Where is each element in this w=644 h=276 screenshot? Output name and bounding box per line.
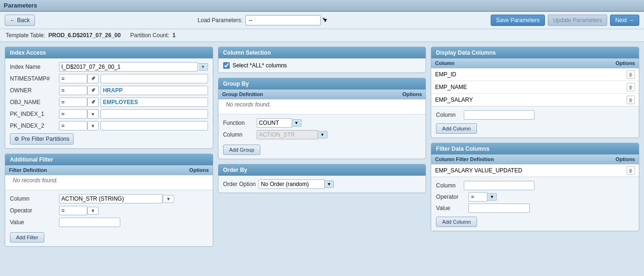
display-col-input-label: Column bbox=[436, 112, 462, 118]
ntimestamp-value-input[interactable] bbox=[100, 74, 208, 83]
save-parameters-button[interactable]: Save Parameters bbox=[491, 15, 545, 26]
load-params-dropdown-icon: ▼ bbox=[323, 17, 328, 24]
filter-cols-form: Column Operator = ▼ Value Add Column bbox=[431, 177, 639, 231]
column-selection-panel: Column Selection Select *ALL* columns bbox=[218, 47, 427, 73]
add-filter-value-input[interactable] bbox=[59, 218, 120, 227]
ntimestamp-op-btn[interactable]: ▼ bbox=[87, 74, 99, 83]
group-column-dropdown-btn[interactable]: ▼ bbox=[318, 131, 327, 138]
load-params-select-wrapper: -- ▼ bbox=[245, 15, 328, 25]
additional-filter-panel: Additional Filter Filter Definition Opti… bbox=[5, 154, 213, 247]
objname-row: OBJ_NAME = ▼ bbox=[10, 97, 208, 107]
partition-count-label: Partition Count: bbox=[130, 32, 169, 39]
owner-op-wrapper: = ▼ bbox=[59, 86, 99, 95]
index-name-input[interactable] bbox=[59, 62, 198, 72]
display-col-input[interactable] bbox=[464, 110, 535, 120]
info-row: Template Table: PROD_6.D$2017_07_26_00 P… bbox=[0, 29, 644, 42]
group-def-col-header: Group Definition bbox=[222, 91, 263, 97]
order-option-select[interactable]: No Order (random) bbox=[259, 179, 325, 189]
display-options-header: Options bbox=[615, 60, 635, 66]
filter-definition-col-header: Filter Definition bbox=[9, 167, 47, 173]
delete-emp-id-button[interactable]: 🗑 bbox=[627, 70, 635, 79]
load-params-select[interactable]: -- bbox=[245, 15, 321, 25]
filter-col-emp-salary: EMP_SALARY VALUE_UPDATED bbox=[435, 167, 522, 174]
additional-filter-form: Column ACTION_STR (STRING) ▼ Operator = … bbox=[5, 190, 213, 246]
page-title: Parameters bbox=[4, 2, 37, 9]
add-group-button[interactable]: Add Group bbox=[223, 145, 260, 155]
group-column-select[interactable]: ACTION_STR bbox=[257, 130, 318, 139]
display-col-emp-salary: EMP_SALARY bbox=[435, 97, 473, 103]
back-button[interactable]: ← Back bbox=[5, 15, 35, 26]
filter-value-input[interactable] bbox=[468, 203, 530, 213]
filter-col-input-row: Column bbox=[436, 181, 634, 190]
next-button[interactable]: Next → bbox=[610, 15, 639, 26]
pkindex1-value-input[interactable] bbox=[100, 109, 208, 119]
filter-value-row: Value bbox=[436, 203, 634, 213]
add-filter-op-label: Operator bbox=[10, 207, 57, 214]
group-options-col-header: Options bbox=[402, 91, 422, 97]
owner-row: OWNER = ▼ bbox=[10, 86, 208, 95]
filter-op-label: Operator bbox=[436, 194, 467, 200]
objname-value-input[interactable] bbox=[100, 97, 208, 107]
add-filter-button[interactable]: Add Filter bbox=[10, 232, 44, 243]
objname-op-wrapper: = ▼ bbox=[59, 97, 99, 107]
filter-op-btn[interactable]: ▼ bbox=[487, 193, 497, 201]
filter-options-col-header: Options bbox=[189, 167, 209, 173]
pkindex2-row: PK_INDEX_2 = ▼ bbox=[10, 121, 208, 130]
partition-count-value: 1 bbox=[172, 32, 176, 39]
left-column: Index Access Index Name ▼ NTIMESTAMP# = … bbox=[5, 47, 213, 247]
display-cols-subheader: Column Options bbox=[431, 58, 639, 68]
owner-op-select[interactable]: = bbox=[59, 86, 87, 95]
group-by-header: Group By bbox=[218, 78, 426, 89]
pkindex1-row: PK_INDEX_1 = ▼ bbox=[10, 109, 208, 119]
pkindex2-value-input[interactable] bbox=[100, 121, 208, 130]
delete-filter-emp-salary-button[interactable]: 🗑 bbox=[627, 166, 635, 175]
group-function-dropdown-btn[interactable]: ▼ bbox=[292, 119, 301, 127]
ntimestamp-label: NTIMESTAMP# bbox=[10, 75, 57, 82]
filter-col-input-label: Column bbox=[436, 182, 462, 189]
filter-options-header: Options bbox=[615, 156, 635, 162]
delete-emp-salary-button[interactable]: 🗑 bbox=[627, 96, 635, 104]
group-function-select[interactable]: COUNT bbox=[257, 118, 292, 128]
owner-value-input[interactable] bbox=[100, 86, 208, 95]
add-filter-column-select[interactable]: ACTION_STR (STRING) bbox=[59, 194, 163, 203]
additional-filter-op-row: Operator = ▼ bbox=[10, 206, 208, 215]
load-params-label: Load Parameters: bbox=[198, 17, 243, 24]
index-name-row: Index Name ▼ bbox=[10, 62, 208, 72]
page-header: Parameters bbox=[0, 0, 644, 12]
index-name-dropdown-btn[interactable]: ▼ bbox=[199, 63, 208, 71]
index-access-body: Index Name ▼ NTIMESTAMP# = ▼ bbox=[5, 58, 213, 148]
group-column-select-wrapper: ACTION_STR ▼ bbox=[257, 130, 327, 139]
owner-op-btn[interactable]: ▼ bbox=[87, 86, 99, 95]
display-col-header: Column bbox=[435, 60, 454, 66]
add-filter-column-btn[interactable]: ▼ bbox=[163, 195, 174, 203]
filter-col-input[interactable] bbox=[464, 181, 535, 190]
delete-emp-name-button[interactable]: 🗑 bbox=[627, 83, 635, 91]
pkindex2-op-btn[interactable]: ▼ bbox=[87, 121, 99, 130]
filter-op-select[interactable]: = bbox=[468, 192, 487, 202]
objname-op-select[interactable]: = bbox=[59, 97, 87, 107]
add-filter-op-btn[interactable]: ▼ bbox=[87, 207, 99, 215]
display-data-columns-header: Display Data Columns bbox=[431, 47, 639, 58]
objname-op-btn[interactable]: ▼ bbox=[87, 97, 99, 107]
add-filter-column-button[interactable]: Add Column bbox=[436, 217, 477, 227]
pkindex1-op-btn[interactable]: ▼ bbox=[87, 109, 99, 119]
ntimestamp-op-select[interactable]: = bbox=[59, 74, 87, 83]
pkindex1-op-select[interactable]: = bbox=[59, 109, 87, 119]
add-filter-value-label: Value bbox=[10, 219, 57, 226]
update-parameters-button[interactable]: Update Parameters bbox=[548, 15, 607, 26]
select-all-checkbox[interactable] bbox=[223, 62, 230, 69]
index-name-label: Index Name bbox=[10, 64, 57, 70]
additional-filter-column-row: Column ACTION_STR (STRING) ▼ bbox=[10, 194, 208, 203]
order-option-row: Order Option No Order (random) ▼ bbox=[218, 176, 426, 193]
owner-label: OWNER bbox=[10, 87, 57, 94]
order-option-dropdown-btn[interactable]: ▼ bbox=[325, 180, 334, 188]
ntimestamp-row: NTIMESTAMP# = ▼ bbox=[10, 74, 208, 83]
add-display-column-button[interactable]: Add Column bbox=[436, 123, 477, 134]
order-option-select-wrapper: No Order (random) ▼ bbox=[259, 179, 334, 189]
additional-filter-table: No records found. bbox=[5, 175, 213, 190]
pkindex2-op-select[interactable]: = bbox=[59, 121, 87, 130]
add-filter-op-select[interactable]: = bbox=[59, 206, 87, 215]
pre-filter-button[interactable]: ⚙ Pre Filter Partitions bbox=[10, 133, 74, 145]
group-column-label: Column bbox=[223, 131, 254, 138]
group-by-table: No records found. bbox=[218, 99, 426, 114]
